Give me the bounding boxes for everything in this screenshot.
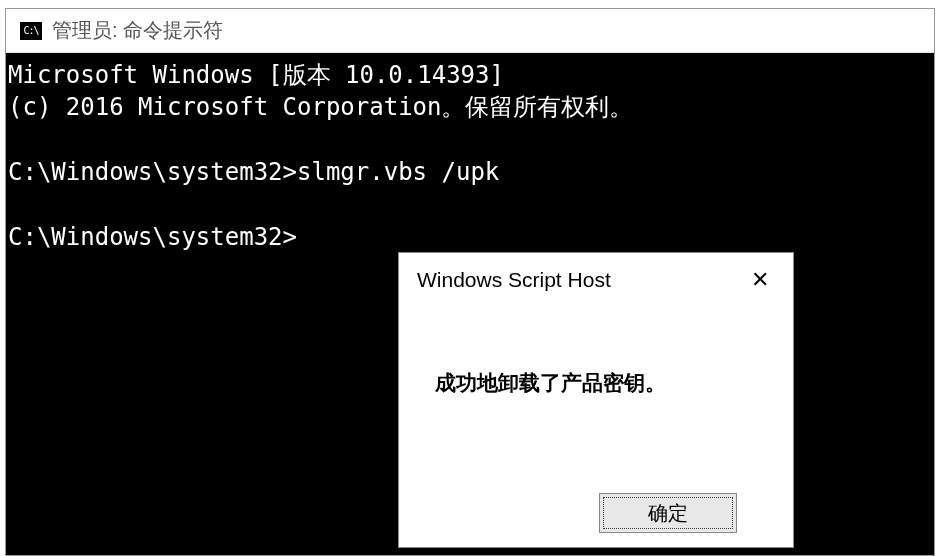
dialog-footer: 确定 [599,493,737,533]
console-prompt: C:\Windows\system32> [8,223,297,251]
ok-button[interactable]: 确定 [599,493,737,533]
console-line: Microsoft Windows [版本 10.0.14393] [8,61,504,89]
dialog-title: Windows Script Host [417,268,611,292]
dialog-titlebar[interactable]: Windows Script Host ✕ [399,253,793,307]
title-bar[interactable]: C:\ 管理员: 命令提示符 [6,9,934,53]
cmd-icon: C:\ [20,22,42,40]
script-host-dialog: Windows Script Host ✕ 成功地卸载了产品密钥。 确定 [398,252,794,548]
close-icon[interactable]: ✕ [743,265,777,295]
window-title: 管理员: 命令提示符 [52,17,223,44]
dialog-message: 成功地卸载了产品密钥。 [399,307,793,417]
console-line: (c) 2016 Microsoft Corporation。保留所有权利。 [8,93,633,121]
console-line: C:\Windows\system32>slmgr.vbs /upk [8,158,499,186]
